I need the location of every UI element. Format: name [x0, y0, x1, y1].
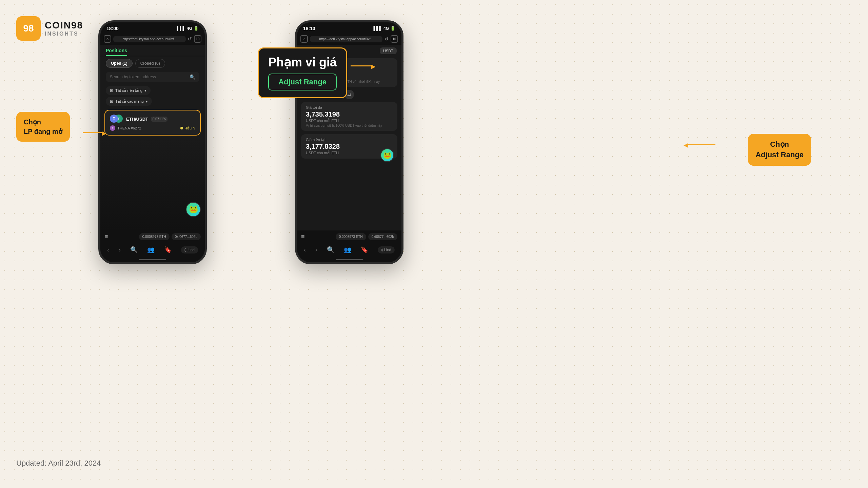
bookmark-icon-2[interactable]: 🔖	[361, 246, 368, 253]
people-icon-2[interactable]: 👥	[344, 246, 351, 253]
bookmark-icon-1[interactable]: 🔖	[164, 246, 172, 253]
dark-area-1: 🐸	[100, 138, 205, 230]
open-closed-row: Open (1) Closed (0)	[100, 56, 205, 70]
lp-item-top: Ξ T ETH/USDT 0.0711%	[110, 115, 195, 123]
people-icon-1[interactable]: 👥	[147, 246, 155, 253]
url-bar-2[interactable]: https://defi.krystal.app/account/0xf...	[310, 36, 382, 42]
tabs-button-2[interactable]: 10	[391, 35, 398, 43]
logo-text: COIN98 INSIGHTS	[45, 20, 83, 37]
lp-item-highlighted[interactable]: Ξ T ETH/USDT 0.0711% T THENA #6272 Hầu N	[104, 110, 201, 136]
chevron-down-icon-2: ▾	[146, 99, 148, 104]
current-price-label: Giá hiện tại	[306, 138, 393, 142]
network-filter[interactable]: ⊞ Tất cả các mạng ▾	[106, 97, 152, 106]
hau-badge: Hầu N	[180, 126, 195, 130]
signal-icon-2: ▌▌▌	[373, 26, 382, 31]
search-nav-icon-1[interactable]: 🔍	[130, 246, 138, 253]
phone-1-content: Positions Open (1) Closed (0) Search by …	[100, 45, 205, 262]
tooltip-choose-adjust-range: Chọn Adjust Range	[748, 134, 811, 166]
platform-filter[interactable]: ⊞ Tất cả nền tảng ▾	[106, 86, 151, 95]
forward-icon-2[interactable]: ›	[315, 246, 317, 253]
battery-icon-2: 🔋	[390, 26, 395, 31]
positions-header: Positions	[100, 45, 205, 56]
lp-token-icons: Ξ T	[110, 115, 123, 123]
arrow-choose-lp	[83, 132, 102, 133]
max-price-card: Giá tối đa 3,735.3198 USDT cho mỗi ETH V…	[301, 102, 397, 131]
arrow-pham-vi	[351, 65, 371, 66]
status-time-2: 18:13	[303, 26, 315, 31]
home-button-2[interactable]: ⌂	[300, 35, 308, 43]
eth-balance-badge-1: 0.0008973 ETH	[139, 233, 170, 240]
nav-bar-2: ‹ › 🔍 👥 🔖 ⟠ Lind	[297, 243, 401, 258]
signal-icon-1: ▌▌▌	[177, 26, 185, 31]
max-price-unit: USDT cho mỗi ETH	[306, 119, 393, 123]
tooltip-choose-lp: Chọn LP đang mở	[16, 112, 70, 142]
open-tab-btn[interactable]: Open (1)	[106, 59, 133, 68]
pham-vi-title: Phạm vi giá	[268, 55, 337, 69]
updated-text: Updated: April 23rd, 2024	[16, 459, 101, 468]
hamburger-icon-2[interactable]: ≡	[301, 233, 305, 240]
status-bar-1: 18:00 ▌▌▌ 4G 🔋	[100, 22, 205, 33]
eth-symbol-2: ⟠	[381, 248, 383, 252]
phone-1-screen: 18:00 ▌▌▌ 4G 🔋 ⌂ https://defi.krystal.ap…	[100, 22, 205, 262]
search-nav-icon-2[interactable]: 🔍	[327, 246, 334, 253]
search-placeholder: Search by token, address	[110, 75, 156, 79]
adjust-range-button-tooltip[interactable]: Adjust Range	[268, 74, 337, 90]
network-icon: ⊞	[110, 99, 113, 104]
logo-subtitle: INSIGHTS	[45, 31, 83, 37]
lp-item-bottom: T THENA #6272 Hầu N	[110, 125, 195, 131]
current-price-value: 3,177.8328	[306, 143, 393, 150]
current-price-card: Giá hiện tại 3,177.8328 USDT cho mỗi ETH…	[301, 134, 397, 159]
frog-avatar-2: 🐸	[380, 148, 394, 162]
home-bar-1	[139, 259, 166, 260]
network-label-2: 4G	[383, 26, 389, 31]
search-row[interactable]: Search by token, address 🔍	[106, 72, 199, 82]
closed-tab-btn[interactable]: Closed (0)	[135, 59, 165, 68]
frog-avatar-1: 🐸	[186, 202, 201, 217]
positions-tab[interactable]: Positions	[106, 48, 127, 56]
hamburger-icon-1[interactable]: ≡	[104, 233, 108, 240]
home-bar-2	[336, 259, 363, 260]
lp-item-inner: Ξ T ETH/USDT 0.0711% T THENA #6272 Hầu N	[105, 110, 200, 135]
home-indicator-2	[297, 258, 401, 262]
max-price-value: 3,735.3198	[306, 110, 393, 118]
back-icon-2[interactable]: ‹	[304, 246, 306, 253]
status-icons-2: ▌▌▌ 4G 🔋	[373, 26, 395, 31]
platform-icon: ⊞	[110, 88, 113, 93]
address-row-1: 0.0008973 ETH 0xf0677...602b	[139, 233, 201, 240]
lp-pair-label: ETH/USDT	[126, 117, 148, 122]
lp-fee-badge: 0.0711%	[151, 117, 167, 122]
eth-balance-badge-2: 0.0008973 ETH	[336, 233, 366, 240]
home-button-1[interactable]: ⌂	[104, 35, 111, 43]
phone-bottom-2: ≡ 0.0008973 ETH 0xf0677...602b	[297, 230, 401, 243]
back-icon-1[interactable]: ‹	[107, 246, 109, 253]
eth-symbol-1: ⟠	[184, 248, 186, 252]
nav-bar-1: ‹ › 🔍 👥 🔖 ⟠ Lind	[100, 243, 205, 258]
reload-button-2[interactable]: ↺	[384, 36, 389, 42]
pham-vi-gia-tooltip: Phạm vi giá Adjust Range	[258, 47, 347, 98]
reload-button-1[interactable]: ↺	[188, 36, 192, 42]
phone-bottom-1: ≡ 0.0008973 ETH 0xf0677...602b	[100, 230, 205, 243]
url-bar-1[interactable]: https://defi.krystal.app/account/0xf...	[113, 36, 186, 42]
nav-eth-1[interactable]: ⟠ Lind	[181, 246, 198, 253]
tabs-button-1[interactable]: 10	[194, 35, 201, 43]
search-icon[interactable]: 🔍	[190, 74, 195, 80]
nav-eth-2[interactable]: ⟠ Lind	[378, 246, 395, 253]
current-price-unit: USDT cho mỗi ETH	[306, 151, 393, 155]
battery-icon-1: 🔋	[194, 26, 199, 31]
thena-label: THENA #6272	[117, 126, 141, 130]
browser-bar-2: ⌂ https://defi.krystal.app/account/0xf..…	[297, 33, 401, 45]
status-icons-1: ▌▌▌ 4G 🔋	[177, 26, 199, 31]
browser-bar-1: ⌂ https://defi.krystal.app/account/0xf..…	[100, 33, 205, 45]
phone-1: 18:00 ▌▌▌ 4G 🔋 ⌂ https://defi.krystal.ap…	[98, 20, 207, 264]
arrow-adjust-range	[688, 144, 715, 145]
eth-icon: Ξ	[110, 115, 118, 123]
logo-area: 98 COIN98 INSIGHTS	[16, 16, 83, 41]
status-bar-2: 18:13 ▌▌▌ 4G 🔋	[297, 22, 401, 33]
thena-icon: T	[110, 125, 115, 131]
logo-title: COIN98	[45, 20, 83, 31]
home-indicator-1	[100, 258, 205, 262]
usdt-badge[interactable]: USDT	[380, 47, 397, 54]
max-price-note: Vị trí của bạn sẽ là 100% USDT vào thời …	[306, 124, 393, 127]
chevron-down-icon-1: ▾	[144, 88, 146, 93]
forward-icon-1[interactable]: ›	[119, 246, 121, 253]
